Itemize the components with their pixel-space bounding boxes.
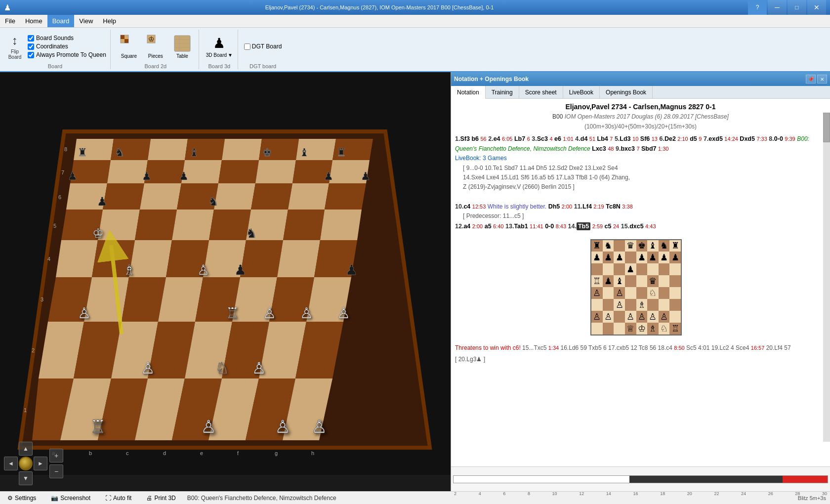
svg-text:♟: ♟ xyxy=(97,195,108,208)
move-7w[interactable]: exd5 xyxy=(708,135,723,142)
help-window-btn[interactable]: ? xyxy=(748,0,767,15)
move-11w[interactable]: Lf4 xyxy=(582,203,592,210)
tab-notation[interactable]: Notation xyxy=(451,86,486,99)
move-11b[interactable]: Tc8N xyxy=(606,203,621,210)
opening-code: B00 xyxy=(552,113,563,120)
black-player-name: Carlsen,Magnus xyxy=(633,103,686,111)
move-8b[interactable]: Lxc3 xyxy=(592,145,606,152)
move-1w[interactable]: Sf3 xyxy=(460,135,469,142)
cam-right-btn[interactable]: ► xyxy=(34,457,47,470)
notation-tabs: Notation Training Score sheet LiveBook O… xyxy=(451,86,830,99)
close-btn[interactable]: ✕ xyxy=(807,0,826,15)
scrollbar-track[interactable] xyxy=(823,113,830,442)
svg-text:♟: ♟ xyxy=(179,170,189,182)
move-6w[interactable]: De2 xyxy=(664,135,676,142)
position-info: B00: Queen's Fianchetto Defence, Nimzowi… xyxy=(187,495,336,502)
move-7b[interactable]: Dxd5 xyxy=(740,135,755,142)
settings-icon: ⚙ xyxy=(7,495,13,502)
move-6b[interactable]: d5 xyxy=(690,135,697,142)
move-10w[interactable]: c4 xyxy=(463,203,470,210)
svg-text:♟: ♟ xyxy=(234,262,247,278)
move-2w[interactable]: e4 xyxy=(494,135,500,142)
menu-file[interactable]: File xyxy=(0,15,20,27)
move-15w[interactable]: dxc5 xyxy=(629,223,644,230)
move-12b[interactable]: a5 xyxy=(485,223,492,230)
svg-marker-53 xyxy=(84,277,129,322)
scrollbar-thumb[interactable] xyxy=(823,113,830,142)
maximize-btn[interactable]: □ xyxy=(788,0,806,15)
move-13w[interactable]: Tab1 xyxy=(514,223,528,230)
move-4w[interactable]: d4 xyxy=(581,135,588,142)
svg-marker-46 xyxy=(129,240,172,277)
board-3d-btn[interactable]: ♟ 3D Board ▼ xyxy=(205,32,234,61)
eval-numbers: 24681012141618202224262830 xyxy=(453,491,828,496)
menu-board[interactable]: Board xyxy=(47,15,75,27)
move-3w[interactable]: Sc3 xyxy=(537,135,548,142)
cam-left-btn[interactable]: ◄ xyxy=(4,457,18,470)
pieces-btn[interactable]: ♔ Pieces xyxy=(143,32,168,61)
menu-home[interactable]: Home xyxy=(20,15,47,27)
notation-panel-title: Notation + Openings Book xyxy=(454,76,529,83)
svg-marker-49 xyxy=(240,240,283,277)
panel-close-btn[interactable]: ✕ xyxy=(817,75,827,84)
move-9w[interactable]: bxc3 xyxy=(621,145,635,152)
always-promote-queen-checkbox[interactable]: Always Promote To Queen xyxy=(28,51,106,58)
panel-pin-btn[interactable]: 📌 xyxy=(806,75,816,84)
settings-label: Settings xyxy=(15,495,36,502)
time-control: (100m+30s)/40+(50m+30s)/20+(15m+30s) xyxy=(455,122,826,131)
move-13b[interactable]: 0-0 xyxy=(545,223,554,230)
cam-down-btn[interactable]: ▼ xyxy=(19,471,33,485)
blitz-info: Blitz 5m+3s xyxy=(798,495,826,501)
svg-text:b: b xyxy=(89,450,92,456)
cam-up-btn[interactable]: ▲ xyxy=(19,442,33,456)
chess-board-3d[interactable]: ♜ ♞ ♝ ♚ ♝ ♜ ♟ ♟ ♟ ♟ ♟ ♟ ♞ ♔ ♞ ♗ ♙ ♟ xyxy=(0,72,451,475)
svg-marker-24 xyxy=(218,160,259,183)
flip-board-btn[interactable]: ↕ Flip Board xyxy=(4,32,26,61)
game-event: IOM Open-Masters 2017 Douglas (6) 28.09.… xyxy=(565,113,729,120)
svg-marker-30 xyxy=(140,183,181,210)
autofit-btn[interactable]: ⛶ Auto fit xyxy=(102,493,135,503)
move-1b[interactable]: b6 xyxy=(471,135,479,142)
svg-marker-16 xyxy=(222,139,262,160)
minimize-btn[interactable]: ─ xyxy=(768,0,787,15)
move-12w[interactable]: a4 xyxy=(463,223,470,230)
cam-zoom-out-btn[interactable]: − xyxy=(49,464,63,478)
tab-livebook[interactable]: LiveBook xyxy=(563,86,600,98)
coordinates-checkbox[interactable]: Coordinates xyxy=(28,43,106,50)
move-10b[interactable]: Dh5 xyxy=(548,203,560,210)
cam-zoom-in-btn[interactable]: + xyxy=(49,449,63,462)
notation-content[interactable]: Eljanov,Pavel 2734 - Carlsen,Magnus 2827… xyxy=(451,99,830,466)
tab-openings-book[interactable]: Openings Book xyxy=(600,86,653,98)
square-btn[interactable]: Square xyxy=(117,32,141,61)
app-icon: ♟ xyxy=(4,3,11,12)
mini-board: ♜ ♞ ♛ ♚ ♝ ♞ ♜ ♟ ♟ ♟ ♟ ♟ xyxy=(590,239,682,336)
eval-bar xyxy=(453,475,828,483)
svg-text:♜: ♜ xyxy=(336,146,346,159)
svg-marker-29 xyxy=(103,183,144,210)
table-btn[interactable]: Table xyxy=(170,32,195,61)
svg-text:♟: ♟ xyxy=(361,170,371,182)
move-5b[interactable]: Sf6 xyxy=(640,135,650,142)
move-14w[interactable]: Tb5 xyxy=(577,222,590,230)
move-4b[interactable]: Lb4 xyxy=(597,135,608,142)
move-2b[interactable]: Lb7 xyxy=(514,135,525,142)
board-sounds-checkbox[interactable]: Board Sounds xyxy=(28,35,106,42)
cam-orb[interactable] xyxy=(19,457,33,470)
move-3b[interactable]: e6 xyxy=(554,135,561,142)
move-8w[interactable]: 0-0 xyxy=(774,135,783,142)
screenshot-btn[interactable]: 📷 Screenshot xyxy=(47,493,94,503)
autofit-label: Auto fit xyxy=(113,495,131,502)
tab-training[interactable]: Training xyxy=(486,86,519,98)
svg-text:♙: ♙ xyxy=(275,417,290,437)
tab-score-sheet[interactable]: Score sheet xyxy=(519,86,563,98)
menu-view[interactable]: View xyxy=(74,15,98,27)
move-9b[interactable]: Sbd7 xyxy=(641,145,657,152)
svg-text:e: e xyxy=(200,450,203,456)
menu-help[interactable]: Help xyxy=(98,15,121,27)
move-14b[interactable]: c5 xyxy=(605,223,612,230)
settings-btn[interactable]: ⚙ Settings xyxy=(4,493,40,503)
dgt-board-checkbox[interactable]: DGT Board xyxy=(244,43,282,50)
print3d-btn[interactable]: 🖨 Print 3D xyxy=(143,493,179,503)
board-area: ♜ ♞ ♝ ♚ ♝ ♜ ♟ ♟ ♟ ♟ ♟ ♟ ♞ ♔ ♞ ♗ ♙ ♟ xyxy=(0,72,451,491)
move-5w[interactable]: Ld3 xyxy=(620,135,630,142)
